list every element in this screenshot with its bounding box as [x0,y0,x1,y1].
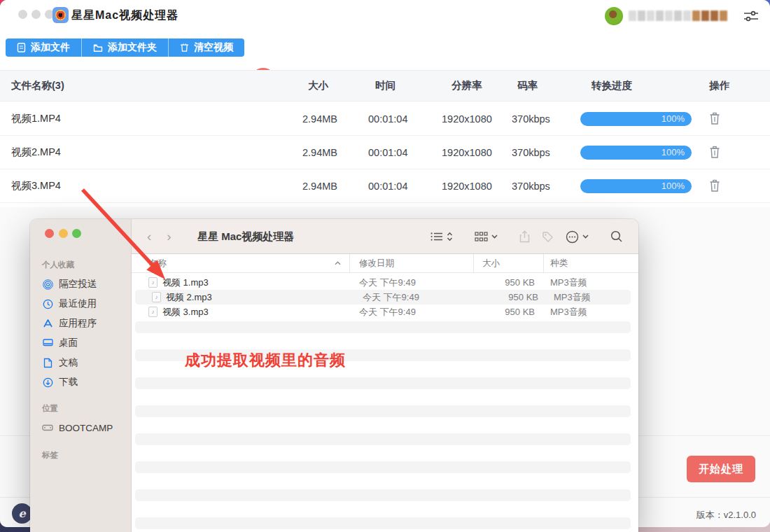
add-file-label: 添加文件 [31,41,70,54]
table-row[interactable]: 视频2.MP4 2.94MB 00:01:04 1920x1080 370kbp… [0,136,770,169]
add-folder-button[interactable]: 添加文件夹 [82,38,169,57]
app-titlebar: 星星Mac视频处理器 [0,0,770,31]
col-resolution: 分辨率 [438,79,507,92]
finder-window-controls[interactable] [45,229,81,238]
view-mode-control[interactable] [430,232,453,241]
empty-row-stripe [135,489,631,501]
row-bitrate: 370kbps [507,181,577,192]
row-size: 2.94MB [297,147,364,158]
clear-videos-button[interactable]: 清空视频 [169,38,244,57]
col-time: 时间 [364,79,438,92]
finder-file-list: ♪视频 1.mp3 今天 下午9:49 950 KB MP3音频 ♪视频 2.m… [132,273,638,532]
desktop-icon [42,338,53,348]
zoom-icon[interactable] [72,229,81,238]
row-resolution: 1920x1080 [438,181,507,192]
finder-col-name[interactable]: 名称 [132,254,350,273]
browser-e-icon[interactable]: e [12,503,32,524]
minimize-icon[interactable] [59,229,68,238]
progress-label: 100% [662,181,685,191]
appstore-icon [42,318,53,329]
sidebar-section-favorites: 个人收藏 [42,260,131,270]
share-icon [519,230,530,243]
version-label: 版本：v2.1.0.0 [696,509,756,522]
file-kind: MP3音频 [544,276,638,289]
finder-title: 星星 Mac视频处理器 [197,230,294,244]
finder-col-date[interactable]: 修改日期 [350,254,474,273]
sidebar-section-locations: 位置 [42,403,131,414]
sidebar-item-recents[interactable]: 最近使用 [42,294,131,314]
tags-button[interactable] [542,231,554,243]
list-item[interactable]: ♪视频 2.mp3 今天 下午9:49 950 KB MP3音频 [135,290,631,304]
add-file-button[interactable]: 添加文件 [6,38,82,57]
sidebar-item-label: 文稿 [59,356,78,369]
finder-titlebar: ‹ › 星星 Mac视频处理器 [132,219,638,254]
empty-row-stripe [135,433,631,445]
empty-row-stripe [135,517,631,529]
list-item[interactable]: ♪视频 3.mp3 今天 下午9:49 950 KB MP3音频 [132,304,638,319]
delete-row-button[interactable] [705,146,770,159]
delete-row-button[interactable] [705,179,770,192]
search-button[interactable] [610,230,623,243]
file-button-group: 添加文件 添加文件夹 清空视频 [6,38,244,57]
start-processing-button[interactable]: 开始处理 [687,456,755,482]
group-by-control[interactable] [475,232,498,241]
file-icon [17,43,26,52]
empty-row-stripe [135,405,631,417]
sidebar-section-tags: 标签 [42,450,131,461]
finder-window: 个人收藏 隔空投送 最近使用 应用程序 桌面 文稿 [30,219,638,532]
more-actions-control[interactable] [566,230,589,244]
sidebar-item-label: BOOTCAMP [59,423,113,433]
mp3-file-icon: ♪ [152,292,161,302]
row-filename: 视频3.MP4 [0,179,297,192]
sidebar-item-applications[interactable]: 应用程序 [42,314,131,333]
row-size: 2.94MB [297,181,364,192]
list-item[interactable]: ♪视频 1.mp3 今天 下午9:49 950 KB MP3音频 [132,275,638,290]
row-resolution: 1920x1080 [438,147,507,158]
table-row[interactable]: 视频1.MP4 2.94MB 00:01:04 1920x1080 370kbp… [0,102,770,136]
user-avatar[interactable] [605,7,623,25]
sidebar-item-label: 最近使用 [59,298,97,310]
window-controls[interactable] [18,10,54,19]
folder-icon [93,43,103,52]
forward-icon[interactable]: › [167,229,171,244]
col-filename: 文件名称(3) [0,79,297,92]
app-toolbar: 添加文件 添加文件夹 清空视频 ‹ ‹ 格式转换 视频合并 视频转GIF 视频转… [0,31,770,66]
finder-list-header: 名称 修改日期 大小 种类 [132,254,638,273]
account-area[interactable] [605,0,760,31]
file-name: 视频 3.mp3 [162,306,209,318]
sidebar-item-label: 隔空投送 [59,278,97,290]
mp3-file-icon: ♪ [148,307,158,317]
back-icon[interactable]: ‹ [147,229,151,244]
trash-icon [709,112,720,125]
empty-row-stripe [135,461,631,473]
progress-bar: 100% [580,179,692,193]
progress-bar: 100% [580,146,692,160]
clock-icon [42,299,53,309]
close-icon[interactable] [45,229,54,238]
sidebar-item-documents[interactable]: 文稿 [42,353,131,372]
settings-sliders-icon[interactable] [743,9,760,23]
sidebar-item-airdrop[interactable]: 隔空投送 [42,274,131,294]
airdrop-icon [42,279,53,290]
col-bitrate: 码率 [507,79,577,92]
chevron-down-icon [582,234,589,239]
sidebar-item-label: 桌面 [59,337,78,349]
clear-videos-label: 清空视频 [194,41,233,54]
file-size: 950 KB [474,277,544,288]
delete-row-button[interactable] [705,112,770,125]
table-row[interactable]: 视频3.MP4 2.94MB 00:01:04 1920x1080 370kbp… [0,169,770,203]
finder-col-kind[interactable]: 种类 [544,254,638,273]
app-title: 星星Mac视频处理器 [71,8,178,23]
row-filename: 视频1.MP4 [0,112,297,125]
file-date: 今天 下午9:49 [350,306,474,318]
sidebar-item-bootcamp[interactable]: BOOTCAMP [42,418,131,438]
group-icon [475,232,488,241]
progress-label: 100% [662,113,685,124]
finder-col-size[interactable]: 大小 [474,254,544,273]
sidebar-item-downloads[interactable]: 下载 [42,372,131,392]
file-date: 今天 下午9:49 [354,291,477,304]
sidebar-item-desktop[interactable]: 桌面 [42,333,131,353]
empty-row-stripe [135,377,631,389]
tag-icon [542,231,554,243]
share-button[interactable] [519,230,530,243]
